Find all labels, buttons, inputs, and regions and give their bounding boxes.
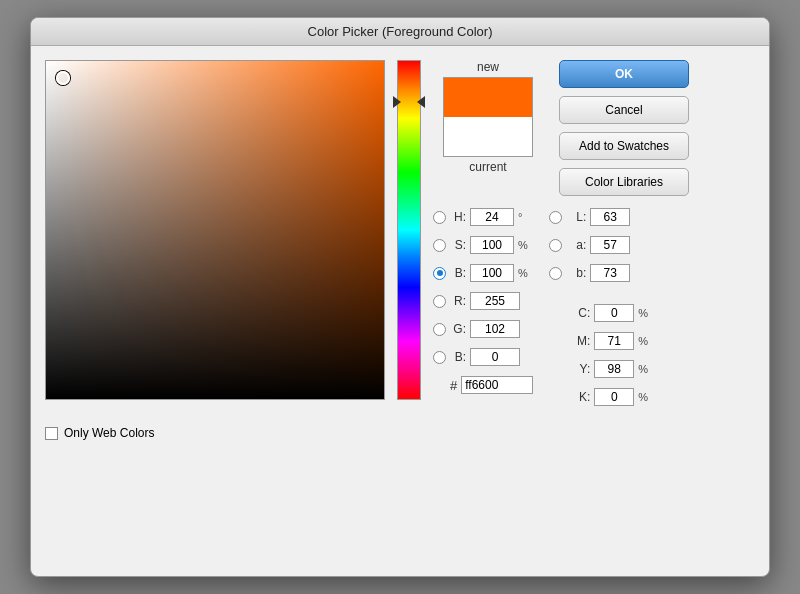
hex-input[interactable] [461, 376, 533, 394]
hue-thumb-right [417, 96, 425, 108]
brightness-unit: % [518, 267, 532, 279]
web-colors-row: Only Web Colors [45, 426, 755, 440]
cmyk-y-label: Y: [570, 362, 590, 376]
red-label: R: [450, 294, 466, 308]
lab-a-label: a: [566, 238, 586, 252]
color-gradient-picker[interactable] [45, 60, 385, 400]
web-colors-label: Only Web Colors [64, 426, 154, 440]
hue-unit: ° [518, 211, 532, 223]
cmyk-y-row: Y: % [549, 358, 652, 380]
green-row: G: [433, 318, 533, 340]
saturation-input[interactable] [470, 236, 514, 254]
add-to-swatches-button[interactable]: Add to Swatches [559, 132, 689, 160]
color-libraries-button[interactable]: Color Libraries [559, 168, 689, 196]
hue-thumb-left [393, 96, 401, 108]
lab-b-input[interactable] [590, 264, 630, 282]
cmyk-m-row: M: % [549, 330, 652, 352]
cmyk-m-input[interactable] [594, 332, 634, 350]
gradient-field [46, 61, 384, 399]
current-color-swatch [444, 117, 532, 156]
hsb-rgb-fields: H: ° S: % B: [433, 206, 533, 408]
brightness-radio[interactable] [433, 267, 446, 280]
current-label: current [469, 160, 506, 174]
saturation-radio[interactable] [433, 239, 446, 252]
web-colors-checkbox[interactable] [45, 427, 58, 440]
cmyk-c-unit: % [638, 307, 652, 319]
cmyk-k-unit: % [638, 391, 652, 403]
saturation-row: S: % [433, 234, 533, 256]
blue-radio[interactable] [433, 351, 446, 364]
lab-l-label: L: [566, 210, 586, 224]
lab-b-row: b: [549, 262, 652, 284]
hue-input[interactable] [470, 208, 514, 226]
brightness-label: B: [450, 266, 466, 280]
color-picker-dialog: Color Picker (Foreground Color) new [30, 17, 770, 577]
preview-box [443, 77, 533, 157]
cmyk-m-unit: % [638, 335, 652, 347]
brightness-input[interactable] [470, 264, 514, 282]
green-radio[interactable] [433, 323, 446, 336]
hue-slider[interactable] [397, 60, 421, 400]
lab-l-input[interactable] [590, 208, 630, 226]
lab-a-input[interactable] [590, 236, 630, 254]
ok-button[interactable]: OK [559, 60, 689, 88]
blue-row: B: [433, 346, 533, 368]
blue-label: B: [450, 350, 466, 364]
saturation-label: S: [450, 238, 466, 252]
cmyk-k-row: K: % [549, 386, 652, 408]
red-row: R: [433, 290, 533, 312]
cmyk-m-label: M: [570, 334, 590, 348]
action-buttons: OK Cancel Add to Swatches Color Librarie… [559, 60, 689, 196]
cmyk-c-input[interactable] [594, 304, 634, 322]
new-color-swatch [444, 78, 532, 117]
cmyk-k-label: K: [570, 390, 590, 404]
cmyk-c-row: C: % [549, 302, 652, 324]
green-input[interactable] [470, 320, 520, 338]
new-label: new [477, 60, 499, 74]
cmyk-y-input[interactable] [594, 360, 634, 378]
brightness-row: B: % [433, 262, 533, 284]
lab-b-radio[interactable] [549, 267, 562, 280]
cmyk-y-unit: % [638, 363, 652, 375]
cmyk-c-label: C: [570, 306, 590, 320]
green-label: G: [450, 322, 466, 336]
lab-a-row: a: [549, 234, 652, 256]
lab-l-radio[interactable] [549, 211, 562, 224]
red-radio[interactable] [433, 295, 446, 308]
saturation-unit: % [518, 239, 532, 251]
lab-a-radio[interactable] [549, 239, 562, 252]
blue-input[interactable] [470, 348, 520, 366]
cancel-button[interactable]: Cancel [559, 96, 689, 124]
dialog-title: Color Picker (Foreground Color) [31, 18, 769, 46]
hue-radio[interactable] [433, 211, 446, 224]
hue-slider-container [397, 60, 421, 400]
cmyk-k-input[interactable] [594, 388, 634, 406]
hex-row: # [433, 374, 533, 396]
red-input[interactable] [470, 292, 520, 310]
hex-hash: # [450, 378, 457, 393]
hue-row: H: ° [433, 206, 533, 228]
lab-b-label: b: [566, 266, 586, 280]
color-preview-section: new current [433, 60, 543, 174]
lab-l-row: L: [549, 206, 652, 228]
hue-label: H: [450, 210, 466, 224]
lab-cmyk-fields: L: a: b: [549, 206, 652, 408]
